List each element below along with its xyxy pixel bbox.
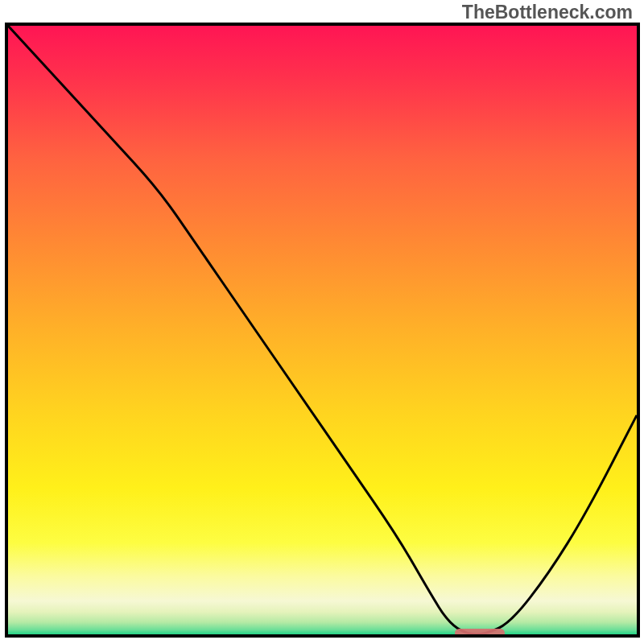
bottleneck-curve <box>8 26 637 634</box>
plot-frame <box>5 23 640 638</box>
curve-layer <box>8 26 637 634</box>
minimum-marker <box>455 629 505 638</box>
chart-container: TheBottleneck.com <box>0 0 644 644</box>
watermark-text: TheBottleneck.com <box>462 2 633 23</box>
